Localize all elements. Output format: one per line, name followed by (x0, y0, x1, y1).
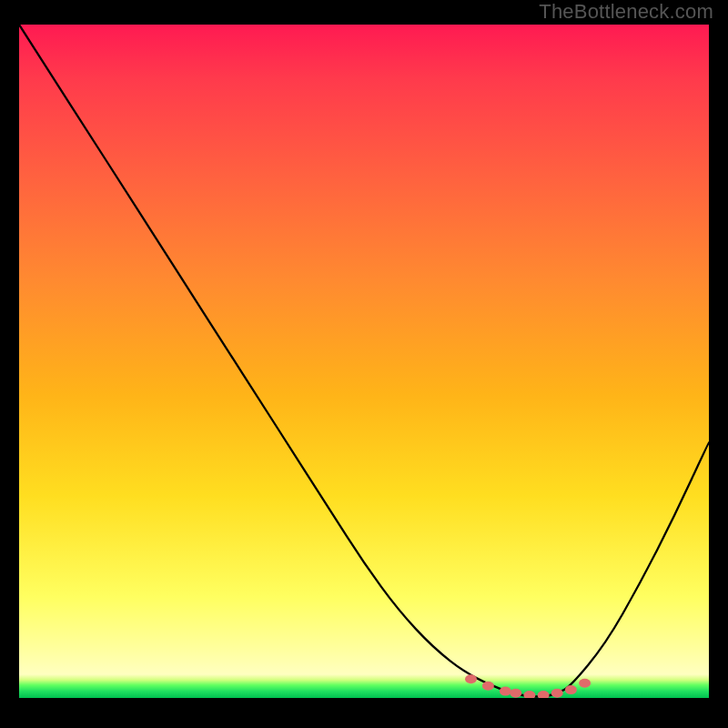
bottleneck-curve (19, 25, 709, 697)
valley-dot (579, 679, 591, 688)
chart-frame: TheBottleneck.com (0, 0, 728, 728)
valley-dots (465, 674, 591, 698)
valley-dot (482, 682, 494, 691)
valley-dot (465, 674, 477, 683)
valley-dot (510, 689, 521, 698)
watermark-text: TheBottleneck.com (539, 0, 713, 24)
valley-dot (551, 689, 563, 698)
valley-dot (500, 687, 511, 696)
overlay-svg (19, 25, 709, 698)
plot-area (19, 25, 709, 698)
valley-dot (538, 691, 550, 698)
valley-dot (523, 691, 535, 698)
valley-dot (565, 685, 577, 694)
